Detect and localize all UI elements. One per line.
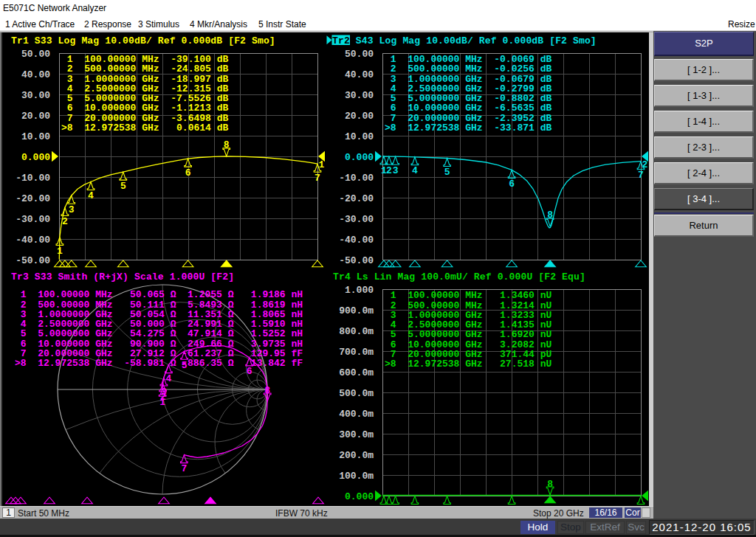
svg-text:50.00: 50.00 [345,49,374,60]
svg-text:5: 5 [120,181,126,192]
svg-text:0.000: 0.000 [345,152,374,163]
svg-text:-10.00: -10.00 [339,173,374,184]
svg-text:>8 12.972538 GHz 27.518 nU: >8 12.972538 GHz 27.518 nU [385,358,551,370]
svg-text:7: 7 [181,463,187,474]
svg-text:>8 12.972538 GHz -33.871 dB: >8 12.972538 GHz -33.871 dB [385,122,551,134]
svg-text:Tr3 S33 Smith (R+jX) Scale 1.0: Tr3 S33 Smith (R+jX) Scale 1.000U [F2] [11,271,234,283]
svg-text:4: 4 [88,190,94,201]
svg-text:Tr2: Tr2 [332,35,350,46]
svg-text:700.0m: 700.0m [339,347,374,358]
svg-text:3: 3 [161,387,167,398]
svg-text:200.0m: 200.0m [339,450,374,461]
svg-text:2: 2 [642,159,648,170]
svg-text:-20.00: -20.00 [16,193,50,204]
svg-text:2: 2 [62,216,68,227]
svg-text:-30.00: -30.00 [339,214,374,225]
svg-text:4: 4 [412,165,418,176]
svg-text:-50.00: -50.00 [339,255,374,266]
svg-text:8: 8 [547,209,553,221]
svg-text:0.000: 0.000 [345,491,374,502]
svg-text:20.00: 20.00 [21,111,50,122]
svg-text:30.00: 30.00 [21,90,50,101]
svg-text:-30.00: -30.00 [16,214,50,225]
svg-text:20.00: 20.00 [345,111,374,122]
svg-text:6: 6 [185,167,191,179]
svg-text:4: 4 [165,373,171,384]
svg-text:-50.00: -50.00 [16,255,50,266]
svg-text:3: 3 [69,204,75,215]
svg-text:600.0m: 600.0m [339,367,374,378]
svg-text:1.000: 1.000 [345,285,374,296]
svg-text:8: 8 [264,385,270,396]
svg-text:-10.00: -10.00 [16,173,50,184]
svg-text:2: 2 [386,165,392,176]
svg-text:10.00: 10.00 [345,131,374,142]
svg-text:-20.00: -20.00 [339,193,374,204]
svg-text:8: 8 [224,139,230,150]
svg-text:800.0m: 800.0m [339,326,374,337]
svg-text:40.00: 40.00 [345,69,374,80]
svg-text:Tr2 S43 Log Mag 10.00dB/ Ref 0: Tr2 S43 Log Mag 10.00dB/ Ref 0.000dB [F2… [332,35,597,46]
svg-text:50.00: 50.00 [21,49,50,60]
svg-text:>8 12.972538 GHz -58.981 Ω -: >8 12.972538 GHz -58.981 Ω -886.35 Ω 13.… [15,358,303,369]
svg-text:10.00: 10.00 [21,131,50,142]
svg-text:40.00: 40.00 [21,69,50,80]
svg-text:5: 5 [444,167,450,178]
svg-text:30.00: 30.00 [345,90,374,101]
svg-text:7: 7 [315,173,320,184]
svg-text:6: 6 [509,179,515,190]
svg-text:5: 5 [182,360,188,371]
svg-text:100.0m: 100.0m [339,471,374,482]
svg-text:900.0m: 900.0m [339,305,374,316]
svg-text:Tr4 Ls Lin Mag 100.0mU/ Ref 0.: Tr4 Ls Lin Mag 100.0mU/ Ref 0.000U [F2 E… [333,271,585,283]
svg-text:8: 8 [547,479,553,490]
svg-text:-40.00: -40.00 [339,235,374,246]
svg-text:1: 1 [57,246,63,257]
svg-text:500.0m: 500.0m [339,388,374,399]
svg-text:6: 6 [247,366,252,377]
svg-text:>8 12.972538 GHz 0.0614 dB: >8 12.972538 GHz 0.0614 dB [61,122,228,134]
svg-text:3: 3 [393,165,399,176]
svg-text:-40.00: -40.00 [16,235,50,246]
svg-text:0.000: 0.000 [21,152,50,163]
svg-text:Tr1 S33 Log Mag 10.00dB/ Ref 0: Tr1 S33 Log Mag 10.00dB/ Ref 0.000dB [F2… [11,35,275,46]
svg-text:400.0m: 400.0m [339,409,374,420]
svg-text:300.0m: 300.0m [339,429,374,440]
svg-text:7: 7 [638,170,644,181]
